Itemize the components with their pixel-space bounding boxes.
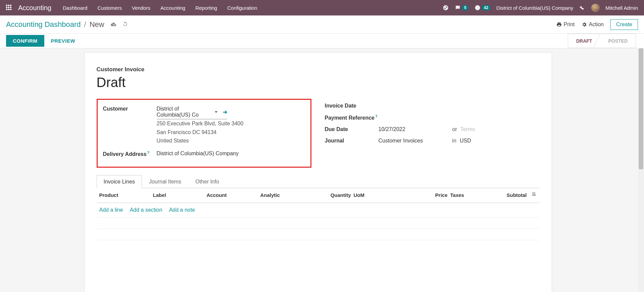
empty-row-2	[97, 229, 540, 240]
status-bar: CONFIRM PREVIEW DRAFT POSTED	[0, 34, 644, 48]
add-section[interactable]: Add a section	[130, 207, 162, 213]
delivery-help-icon[interactable]: ?	[147, 151, 150, 155]
breadcrumb-bar: Accounting Dashboard / New Print Action …	[0, 15, 644, 34]
currency-value[interactable]: USD	[460, 138, 471, 144]
invoice-date-label: Invoice Date	[325, 103, 379, 109]
hdr-account: Account	[207, 192, 260, 199]
activities-count: 42	[482, 5, 490, 10]
status-steps: DRAFT POSTED	[568, 34, 636, 48]
gear-icon	[582, 22, 587, 27]
tab-other-info[interactable]: Other Info	[188, 175, 226, 188]
hdr-analytic: Analytic	[260, 192, 324, 199]
content-scroll[interactable]: Customer Invoice Draft Customer District…	[0, 48, 636, 292]
journal-in-text: in	[452, 138, 456, 144]
support-icon[interactable]	[443, 5, 449, 11]
lines-header: Product Label Account Analytic Quantity …	[97, 188, 540, 203]
menu-accounting[interactable]: Accounting	[160, 5, 185, 11]
company-selector[interactable]: District of Columbia(US) Company	[496, 5, 573, 11]
terms-input[interactable]: Terms	[460, 126, 475, 132]
tab-journal-items[interactable]: Journal Items	[142, 175, 188, 188]
menu-vendors[interactable]: Vendors	[132, 5, 150, 11]
hdr-price: Price	[414, 192, 448, 199]
create-button[interactable]: Create	[610, 19, 638, 30]
address-line-1: 250 Executive Park Blvd, Suite 3400	[157, 119, 305, 128]
save-indicator-icon[interactable]	[110, 22, 116, 27]
payment-ref-label: Payment Reference?	[325, 114, 379, 121]
menu-customers[interactable]: Customers	[97, 5, 122, 11]
action-label: Action	[589, 22, 604, 28]
tabs: Invoice Lines Journal Items Other Info	[97, 175, 540, 188]
customer-value: District of Columbia(US) Co	[157, 106, 213, 118]
due-date-label: Due Date	[325, 126, 379, 132]
hdr-settings[interactable]	[527, 192, 537, 199]
messages-count: 5	[462, 5, 468, 10]
customer-label: Customer	[103, 106, 157, 112]
print-icon	[556, 22, 562, 27]
doc-title: Draft	[97, 75, 540, 90]
form-sheet: Customer Invoice Draft Customer District…	[84, 52, 552, 292]
hdr-label: Label	[153, 192, 207, 199]
action-button[interactable]: Action	[582, 22, 604, 28]
external-link-icon[interactable]: ➔	[223, 109, 227, 115]
chevron-down-icon	[215, 111, 217, 113]
menu-configuration[interactable]: Configuration	[227, 5, 257, 11]
doc-type-label: Customer Invoice	[97, 66, 540, 73]
confirm-button[interactable]: CONFIRM	[6, 35, 44, 47]
breadcrumb-root[interactable]: Accounting Dashboard	[6, 20, 81, 29]
tab-invoice-lines[interactable]: Invoice Lines	[97, 175, 142, 188]
menu-dashboard[interactable]: Dashboard	[63, 5, 87, 11]
delivery-label: Delivery Address?	[103, 151, 157, 157]
user-menu[interactable]: Mitchell Admin	[605, 5, 638, 11]
menu-reporting[interactable]: Reporting	[195, 5, 217, 11]
hdr-product: Product	[99, 192, 153, 199]
breadcrumb: Accounting Dashboard / New	[6, 20, 128, 29]
apps-icon[interactable]	[6, 5, 12, 11]
add-line[interactable]: Add a line	[99, 207, 123, 213]
debug-icon[interactable]	[579, 5, 585, 11]
brand-title[interactable]: Accounting	[18, 4, 51, 12]
scrollbar[interactable]	[638, 48, 644, 292]
highlighted-customer-box: Customer District of Columbia(US) Co ➔ 2…	[97, 99, 311, 168]
main-menu: Dashboard Customers Vendors Accounting R…	[63, 5, 257, 11]
hdr-quantity: Quantity	[324, 192, 351, 199]
add-note[interactable]: Add a note	[169, 207, 195, 213]
customer-select[interactable]: District of Columbia(US) Co ➔	[157, 106, 227, 119]
hdr-uom: UoM	[354, 192, 414, 199]
messages-icon	[455, 5, 461, 11]
activities-button[interactable]: 42	[475, 5, 490, 11]
clock-icon	[475, 5, 481, 11]
settings-icon	[532, 192, 537, 198]
print-label: Print	[564, 22, 575, 28]
discard-icon[interactable]	[122, 21, 128, 28]
address-line-2: San Francisco DC 94134	[157, 128, 305, 137]
due-date-value[interactable]: 10/27/2022	[379, 126, 449, 132]
topbar: Accounting Dashboard Customers Vendors A…	[0, 0, 644, 15]
empty-row-1	[97, 217, 540, 229]
lines-actions: Add a line Add a section Add a note	[97, 203, 540, 217]
payment-ref-help-icon[interactable]: ?	[375, 114, 378, 118]
hdr-subtotal: Subtotal	[497, 192, 527, 199]
journal-label: Journal	[325, 138, 379, 144]
scroll-thumb[interactable]	[639, 48, 643, 169]
delivery-value[interactable]: District of Columbia(US) Company	[157, 151, 305, 157]
due-or-text: or	[452, 126, 457, 132]
status-posted[interactable]: POSTED	[600, 34, 636, 48]
breadcrumb-sep: /	[84, 20, 86, 29]
hdr-taxes: Taxes	[450, 192, 497, 199]
messages-button[interactable]: 5	[455, 5, 468, 11]
print-button[interactable]: Print	[556, 22, 575, 28]
breadcrumb-current: New	[90, 20, 104, 29]
journal-value[interactable]: Customer Invoices	[379, 138, 449, 144]
avatar[interactable]	[591, 4, 599, 12]
preview-button[interactable]: PREVIEW	[51, 38, 76, 44]
address-line-3: United States	[157, 136, 305, 145]
